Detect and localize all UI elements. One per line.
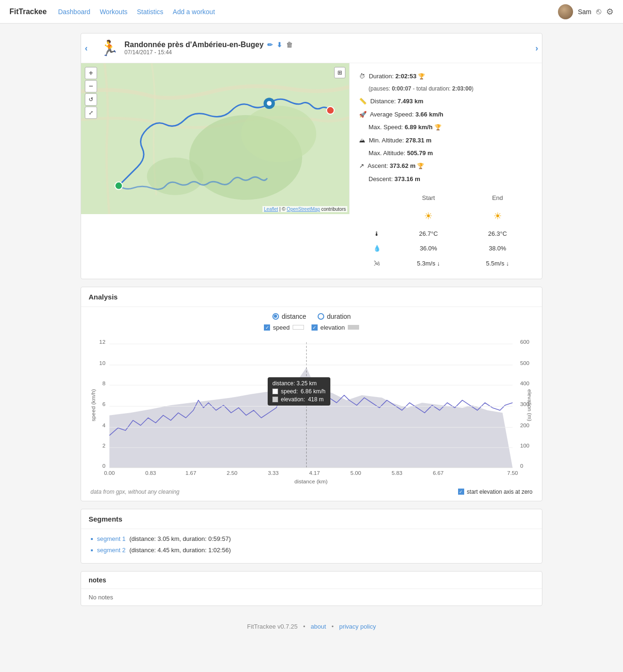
- humidity-start: 36.0%: [394, 241, 462, 255]
- svg-marker-22: [109, 367, 512, 467]
- reset-view-button[interactable]: ↺: [85, 93, 97, 106]
- svg-text:0: 0: [102, 462, 106, 468]
- fullscreen-button[interactable]: ⤢: [85, 107, 97, 119]
- segments-header: Segments: [81, 509, 542, 529]
- max-speed-value: 6.89 km/h: [405, 124, 433, 131]
- wind-icon: 🌬: [360, 257, 393, 270]
- cb-speed-text: speed: [273, 324, 289, 331]
- svg-point-7: [327, 107, 334, 114]
- radio-duration-dot: [318, 313, 324, 320]
- cb-elevation-text: elevation: [320, 324, 345, 331]
- weather-table: Start End ☀ ☀: [359, 190, 533, 271]
- ascent-trophy-icon: 🏆: [417, 163, 424, 169]
- svg-text:6.67: 6.67: [433, 469, 443, 475]
- delete-icon[interactable]: 🗑: [286, 41, 293, 49]
- segment-bullet-1: ▪: [90, 535, 93, 543]
- next-workout-arrow[interactable]: ›: [535, 43, 538, 53]
- download-icon[interactable]: ⬇: [277, 41, 282, 49]
- workout-date: 07/14/2017 - 15:44: [124, 49, 534, 56]
- footer-about-link[interactable]: about: [311, 623, 326, 630]
- nav-statistics[interactable]: Statistics: [137, 8, 164, 16]
- sun-start-icon: ☀: [424, 211, 433, 221]
- radio-distance-label[interactable]: distance: [272, 313, 306, 320]
- notes-header: notes: [81, 572, 542, 589]
- svg-text:4.17: 4.17: [309, 469, 320, 475]
- nav-add-workout[interactable]: Add a workout: [173, 8, 215, 16]
- distance-label: Distance:: [370, 98, 396, 105]
- nav-links: Dashboard Workouts Statistics Add a work…: [58, 8, 558, 16]
- settings-icon[interactable]: ⚙: [606, 7, 614, 17]
- map-layers-button[interactable]: ⊞: [334, 67, 345, 78]
- svg-text:12: 12: [99, 339, 106, 345]
- elevation-axis-checkbox-label[interactable]: start elevation axis at zero: [458, 489, 533, 495]
- wind-end: 5.5m/s ↓: [463, 257, 532, 270]
- stat-max-speed: Max. Speed: 6.89 km/h 🏆: [369, 122, 533, 133]
- map-container[interactable]: + − ↺ ⤢ ⊞ Leaflet | © OpenStreetMap cont…: [81, 63, 350, 214]
- chart-svg-container[interactable]: 12 10 8 6 4 2 0 speed (km/h) 600 500 400: [89, 335, 534, 486]
- duration-label: Duration:: [369, 73, 394, 80]
- segment-item-2: ▪ segment 2 (distance: 4.45 km, duration…: [90, 546, 533, 555]
- chart-radio-group: distance duration: [272, 313, 351, 320]
- map-attribution: Leaflet | © OpenStreetMap contributors: [262, 206, 347, 212]
- chart-wrapper: 12 10 8 6 4 2 0 speed (km/h) 600 500 400: [89, 335, 534, 495]
- footer-privacy-link[interactable]: privacy policy: [339, 623, 376, 630]
- notes-content: No notes: [81, 589, 542, 606]
- svg-text:6: 6: [102, 401, 106, 407]
- altitude-icon: ⛰: [359, 137, 365, 144]
- svg-point-6: [115, 182, 123, 190]
- stat-duration: ⏱ Duration: 2:02:53 🏆: [359, 71, 533, 82]
- stat-descent: Descent: 373.16 m: [369, 174, 533, 184]
- stats-panel: ⏱ Duration: 2:02:53 🏆 (pauses: 0:00:07 -…: [350, 63, 542, 279]
- logout-icon[interactable]: ⎋: [596, 7, 601, 17]
- svg-text:distance (km): distance (km): [295, 478, 328, 484]
- segment-bullet-2: ▪: [90, 546, 93, 555]
- weather-col-end: End: [463, 191, 532, 205]
- analysis-card: Analysis distance duration spee: [81, 287, 542, 501]
- pauses-value: 0:00:07: [392, 85, 411, 92]
- footer-dot-1: •: [303, 623, 305, 630]
- svg-text:10: 10: [99, 360, 106, 366]
- prev-workout-arrow[interactable]: ‹: [85, 43, 88, 53]
- osm-link[interactable]: OpenStreetMap: [287, 207, 320, 212]
- max-speed-trophy-icon: 🏆: [434, 124, 442, 131]
- weather-sun-icons: [360, 206, 393, 226]
- wind-start: 5.3m/s ↓: [394, 257, 462, 270]
- svg-text:400: 400: [520, 380, 530, 386]
- cb-speed-label[interactable]: speed: [264, 324, 303, 331]
- svg-text:0.00: 0.00: [104, 469, 115, 475]
- zoom-in-button[interactable]: +: [85, 67, 97, 79]
- chart-controls: distance duration speed elev: [89, 313, 534, 331]
- nav-dashboard[interactable]: Dashboard: [58, 8, 90, 16]
- distance-value: 7.493 km: [397, 98, 423, 105]
- speed-icon: 🚀: [359, 111, 367, 118]
- segment-2-link[interactable]: segment 2: [97, 547, 126, 554]
- humidity-icon: 💧: [360, 241, 393, 255]
- cb-elevation-label[interactable]: elevation: [312, 324, 359, 331]
- radio-duration-label[interactable]: duration: [318, 313, 351, 320]
- segment-1-link[interactable]: segment 1: [97, 535, 126, 542]
- username: Sam: [578, 8, 591, 16]
- min-alt-label: Min. Altitude:: [369, 137, 404, 144]
- edit-icon[interactable]: ✏: [267, 41, 273, 49]
- workout-content: + − ↺ ⤢ ⊞ Leaflet | © OpenStreetMap cont…: [81, 63, 542, 279]
- segment-2-detail: (distance: 4.45 km, duration: 1:02:56): [129, 547, 230, 554]
- leaflet-link[interactable]: Leaflet: [264, 207, 278, 212]
- workout-type-icon: 🏃: [100, 39, 119, 57]
- zoom-out-button[interactable]: −: [85, 80, 97, 92]
- workout-title-block: Randonnée près d'Ambérieu-en-Bugey ✏ ⬇ 🗑…: [124, 41, 534, 56]
- weather-humidity-row: 💧 36.0% 38.0%: [360, 241, 532, 255]
- footer-dot-2: •: [331, 623, 334, 630]
- radio-distance-dot: [272, 313, 279, 320]
- segment-item-1: ▪ segment 1 (distance: 3.05 km, duration…: [90, 535, 533, 543]
- elevation-axis-checkbox: [458, 489, 464, 495]
- descent-value: 373.16 m: [394, 175, 420, 183]
- max-alt-value: 505.79 m: [407, 149, 433, 157]
- nav-workouts[interactable]: Workouts: [100, 8, 128, 16]
- analysis-header: Analysis: [81, 287, 542, 307]
- max-speed-label: Max. Speed:: [369, 124, 403, 131]
- weather-sun-row: ☀ ☀: [360, 206, 532, 226]
- svg-text:0.83: 0.83: [145, 469, 156, 475]
- svg-text:100: 100: [520, 442, 530, 448]
- footer-brand: FitTrackee: [247, 623, 276, 630]
- workout-title-row: Randonnée près d'Ambérieu-en-Bugey ✏ ⬇ 🗑: [124, 41, 534, 49]
